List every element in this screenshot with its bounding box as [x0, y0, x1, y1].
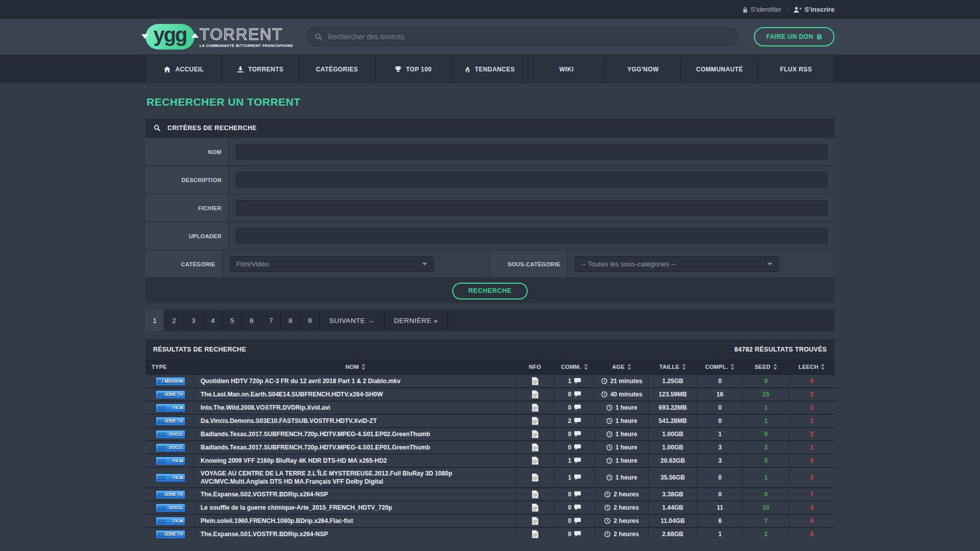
age-cell: 2 heures: [595, 488, 648, 500]
torrent-name-link[interactable]: Plein.soleil.1960.FRENCH.1080p.BDrip.x26…: [201, 517, 353, 525]
search-icon: [154, 124, 161, 132]
age-value: 1 heure: [616, 457, 638, 464]
torrent-name-link[interactable]: VOYAGE AU CENTRE DE LA TERRE 2.L'ÎLE MYS…: [201, 469, 510, 486]
nav-item-flux-rss[interactable]: FLUX RSS: [757, 55, 835, 83]
subcategory-select[interactable]: -- Toutes les sous-catégories --: [575, 256, 779, 272]
page-button-4[interactable]: 4: [204, 310, 223, 331]
comments-link[interactable]: 1: [568, 378, 581, 385]
nfo-icon[interactable]: [532, 417, 538, 425]
torrent-name-link[interactable]: The.Expanse.S02.VOSTFR.BDRip.x264-NSP: [201, 490, 328, 498]
nav-item-accueil[interactable]: ACCUEIL: [145, 55, 222, 83]
description-input[interactable]: [236, 172, 827, 188]
comments-cell: 2: [554, 415, 595, 427]
register-link[interactable]: S'inscrire: [794, 6, 835, 13]
comments-link[interactable]: 0: [568, 391, 581, 398]
name-cell: The.Expanse.S01.VOSTFR.BDRip.x264-NSP: [195, 528, 516, 540]
comments-link[interactable]: 0: [568, 491, 581, 498]
nav-item-communaut[interactable]: COMMUNAUTÉ: [681, 55, 757, 83]
nfo-icon[interactable]: [532, 473, 538, 482]
page-button-6[interactable]: 6: [242, 310, 262, 331]
nfo-icon[interactable]: [532, 404, 538, 412]
nav-item-ygg-now[interactable]: YGG'NOW: [604, 55, 681, 83]
category-badge[interactable]: SÉRIE TV: [156, 490, 185, 499]
table-row: FILMVOYAGE AU CENTRE DE LA TERRE 2.L'ÎLE…: [145, 467, 835, 487]
logo-tagline: LA COMMUNAUTÉ BITTORRENT FRANCOPHONE: [200, 44, 293, 47]
torrent-name-link[interactable]: Knowing 2009 VFF 2160p BluRay 4K HDR DTS…: [201, 457, 387, 465]
uploader-input[interactable]: [236, 228, 827, 244]
torrent-name-link[interactable]: Da.Vincis.Demons.S03E10.FASTSUB.VOSTFR.H…: [201, 417, 377, 425]
comments-link[interactable]: 1: [568, 474, 581, 481]
category-badge[interactable]: ÉMISSION: [156, 377, 185, 386]
comments-link[interactable]: 0: [568, 444, 581, 451]
comments-link[interactable]: 0: [568, 431, 581, 438]
page-button-1[interactable]: 1: [145, 310, 165, 331]
comments-link[interactable]: 0: [568, 517, 581, 524]
column-header-leech[interactable]: LEECH: [789, 360, 835, 374]
search-input[interactable]: [328, 33, 730, 41]
category-badge[interactable]: DOCU.: [156, 430, 185, 439]
age-cell: 21 minutes: [595, 375, 648, 387]
next-page-button[interactable]: SUIVANTE →: [320, 310, 385, 331]
search-submit-button[interactable]: RECHERCHE: [452, 283, 528, 299]
name-cell: Badlands.Texas.2017.SUBFRENCH.720p.HDTV.…: [195, 428, 516, 440]
category-badge[interactable]: FILM: [156, 404, 185, 412]
comments-link[interactable]: 1: [568, 457, 581, 464]
nfo-icon[interactable]: [532, 490, 538, 498]
page-button-5[interactable]: 5: [223, 310, 242, 331]
last-page-button[interactable]: DERNIÈRE »: [385, 310, 448, 331]
bitcoin-icon: Ƀ: [817, 33, 822, 41]
nfo-icon[interactable]: [532, 443, 538, 452]
category-badge[interactable]: SÉRIE TV: [156, 390, 185, 399]
page-button-7[interactable]: 7: [262, 310, 281, 331]
category-badge[interactable]: FILM: [156, 517, 185, 525]
size-cell: 20.63GB: [648, 455, 697, 467]
nav-item-top-100[interactable]: TOP 100: [375, 55, 452, 83]
column-header-compl[interactable]: COMPL.: [697, 360, 743, 374]
torrent-name-link[interactable]: Quotidien HDTV 720p AC-3 FR du 12 avril …: [201, 377, 401, 385]
column-header-comm[interactable]: COMM.: [554, 360, 595, 374]
nav-item-tendances[interactable]: TENDANCES: [452, 55, 528, 83]
nfo-icon[interactable]: [532, 504, 538, 512]
column-header-nom[interactable]: NOM: [195, 360, 516, 374]
nfo-icon[interactable]: [532, 517, 538, 525]
site-logo[interactable]: ygg TORRENT LA COMMUNAUTÉ BITTORRENT FRA…: [145, 24, 293, 49]
category-badge[interactable]: SÉRIE TV: [156, 530, 185, 539]
page-button-8[interactable]: 8: [281, 310, 301, 331]
table-row: FILMKnowing 2009 VFF 2160p BluRay 4K HDR…: [145, 454, 835, 467]
page-button-3[interactable]: 3: [184, 310, 204, 331]
torrent-name-link[interactable]: Badlands.Texas.2017.SUBFRENCH.720p.HDTV.…: [201, 443, 430, 452]
category-badge[interactable]: SÉRIE TV: [156, 417, 185, 425]
torrent-name-link[interactable]: Badlands.Texas.2017.SUBFRENCH.720p.HDTV.…: [201, 430, 430, 438]
torrent-name-link[interactable]: The.Last.Man.on.Earth.S04E14.SUBFRENCH.H…: [201, 390, 383, 398]
nfo-icon[interactable]: [532, 377, 538, 385]
torrent-name-link[interactable]: Le souffle de la guerre chimique-Arte_20…: [201, 504, 392, 512]
column-header-age[interactable]: AGE: [595, 360, 648, 374]
nom-input[interactable]: [236, 144, 827, 160]
nav-item-wiki[interactable]: WIKI: [528, 55, 604, 83]
nfo-icon[interactable]: [532, 390, 538, 398]
nfo-icon[interactable]: [532, 430, 538, 438]
donate-button[interactable]: FAIRE UN DON Ƀ: [754, 27, 835, 46]
page-button-9[interactable]: 9: [301, 310, 320, 331]
column-header-seed[interactable]: SEED: [743, 360, 789, 374]
comments-link[interactable]: 0: [568, 404, 581, 411]
column-header-taille[interactable]: TAILLE: [648, 360, 697, 374]
category-badge[interactable]: FILM: [156, 473, 185, 482]
category-badge[interactable]: DOCU.: [156, 443, 185, 452]
torrent-name-link[interactable]: The.Expanse.S01.VOSTFR.BDRip.x264-NSP: [201, 530, 328, 538]
category-badge[interactable]: DOCU.: [156, 504, 185, 512]
comments-link[interactable]: 0: [568, 504, 581, 511]
nav-item-cat-gories[interactable]: CATÉGORIES: [299, 55, 375, 83]
category-badge[interactable]: FILM: [156, 457, 185, 465]
nav-item-torrents[interactable]: TORRENTS: [222, 55, 299, 83]
nfo-icon[interactable]: [532, 457, 538, 465]
torrent-name-link[interactable]: Into.The.Wild.2008.VOSTFR.DVDRip.Xvid.av…: [201, 404, 330, 412]
login-link[interactable]: S'identifier: [743, 6, 781, 13]
comments-link[interactable]: 0: [568, 531, 581, 538]
seed-value: 0: [764, 378, 768, 385]
category-select[interactable]: Film/Vidéo: [230, 256, 434, 272]
nfo-icon[interactable]: [532, 530, 538, 538]
page-button-2[interactable]: 2: [165, 310, 184, 331]
fichier-input[interactable]: [236, 200, 827, 216]
comments-link[interactable]: 2: [568, 417, 581, 424]
